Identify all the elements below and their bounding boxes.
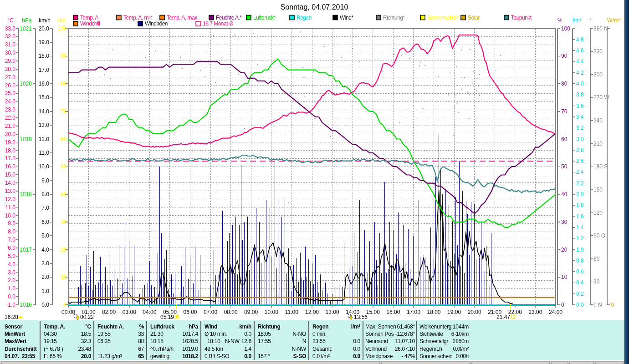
svg-text:Temp. A. max: Temp. A. max (167, 15, 197, 21)
svg-text:0 min.: 0 min. (312, 331, 327, 337)
svg-text:10.0: 10.0 (39, 163, 50, 170)
svg-text:N: N (302, 338, 306, 344)
svg-text:%: % (557, 17, 563, 24)
svg-text:1044m: 1044m (453, 324, 469, 330)
svg-text:11.0: 11.0 (39, 150, 50, 156)
svg-text:Sichtweite: Sichtweite (419, 331, 443, 337)
svg-text:80: 80 (61, 81, 67, 87)
svg-text:0.0: 0.0 (353, 338, 360, 344)
svg-text:0.8: 0.8 (576, 258, 584, 264)
svg-text:88: 88 (138, 338, 144, 344)
svg-text:08:00: 08:00 (224, 309, 238, 315)
svg-text:06:00: 06:00 (183, 309, 197, 315)
svg-text:13:56: 13:56 (354, 314, 368, 320)
svg-text:0 Bft S-SO: 0 Bft S-SO (205, 353, 229, 359)
svg-text:11:00: 11:00 (285, 309, 298, 315)
svg-text:1017.4: 1017.4 (182, 331, 199, 337)
svg-text:20: 20 (561, 247, 568, 253)
svg-text:09:00: 09:00 (244, 309, 258, 315)
svg-text:04.07. 23:55: 04.07. 23:55 (5, 353, 35, 359)
svg-text:19:00: 19:00 (447, 309, 461, 315)
svg-text:0.2: 0.2 (576, 291, 584, 297)
svg-text:km/h: km/h (239, 324, 251, 330)
svg-text:17:00: 17:00 (407, 309, 420, 315)
svg-text:2.0: 2.0 (8, 277, 15, 283)
svg-text:Windböen: Windböen (145, 20, 168, 27)
svg-text:Max. Sonnen: Max. Sonnen (365, 324, 396, 330)
svg-text:°C: °C (7, 17, 14, 24)
svg-text:2.8: 2.8 (576, 147, 584, 153)
svg-text:Luftdruck*: Luftdruck* (253, 15, 276, 21)
svg-text:0.0: 0.0 (244, 353, 251, 359)
svg-text:10:15: 10:15 (150, 338, 164, 344)
svg-text:21.0: 21.0 (5, 123, 16, 129)
svg-text:11.0: 11.0 (5, 204, 16, 211)
svg-text:61,468°: 61,468° (397, 324, 415, 330)
svg-text:MinWert: MinWert (5, 331, 25, 337)
svg-text:1020: 1020 (20, 81, 32, 87)
svg-text:1021: 1021 (20, 25, 32, 32)
svg-text:hPa: hPa (189, 324, 199, 330)
svg-text:23:00: 23:00 (528, 309, 542, 315)
svg-text:24:00: 24:00 (549, 309, 563, 315)
svg-text:150: 150 (593, 187, 603, 193)
svg-text:05:19: 05:19 (160, 314, 174, 320)
svg-text:49.5 km: 49.5 km (205, 346, 223, 352)
svg-text:0: 0 (611, 302, 614, 308)
svg-text:15.0: 15.0 (39, 94, 50, 101)
svg-text:00:22: 00:22 (80, 314, 94, 320)
svg-text:0.0l/m²: 0.0l/m² (453, 346, 469, 352)
svg-text:210: 210 (593, 141, 603, 147)
svg-text:16.7 Monat-Ø: 16.7 Monat-Ø (203, 20, 234, 27)
svg-text:100: 100 (57, 25, 66, 32)
svg-text:10: 10 (561, 274, 568, 280)
svg-text:S-SO: S-SO (293, 353, 306, 359)
svg-text:2.2: 2.2 (576, 180, 584, 187)
svg-text:min: min (56, 17, 65, 24)
svg-text:Sonnen Pos: Sonnen Pos (365, 331, 394, 337)
svg-text:N-NW: N-NW (225, 338, 240, 344)
svg-text:80: 80 (561, 81, 568, 87)
svg-text:19:55: 19:55 (97, 331, 111, 337)
svg-text:23.0: 23.0 (5, 106, 16, 113)
svg-text:120: 120 (593, 210, 603, 216)
svg-text:7.0: 7.0 (41, 205, 49, 211)
svg-text:Regen/1h: Regen/1h (419, 346, 442, 352)
svg-text:100: 100 (561, 25, 570, 32)
svg-text:60: 60 (561, 136, 568, 142)
svg-text:10.0: 10.0 (5, 212, 16, 219)
svg-text:Neumond: Neumond (365, 338, 388, 344)
svg-text:65: 65 (138, 353, 144, 359)
svg-text:30: 30 (593, 278, 600, 285)
svg-text:4.2: 4.2 (576, 70, 584, 76)
svg-text:Durchschnitt: Durchschnitt (5, 346, 37, 352)
svg-text:157 °: 157 ° (258, 353, 270, 359)
svg-text:Regen: Regen (312, 324, 328, 330)
svg-text:19.0: 19.0 (5, 139, 16, 146)
svg-text:Temp. A.: Temp. A. (44, 324, 65, 330)
svg-text:12:00: 12:00 (305, 309, 319, 315)
svg-text:15:00: 15:00 (366, 309, 380, 315)
svg-text:4.6: 4.6 (576, 47, 584, 54)
svg-text:07:00: 07:00 (204, 309, 217, 315)
svg-text:23.48: 23.48 (78, 346, 91, 352)
svg-text:330: 330 (593, 48, 603, 55)
svg-text:12.0: 12.0 (39, 136, 50, 142)
svg-text:3.6: 3.6 (576, 103, 584, 109)
svg-text:1019.0: 1019.0 (182, 346, 199, 352)
svg-text:Schneefallgr: Schneefallgr (419, 338, 448, 344)
svg-text:19:15: 19:15 (44, 338, 57, 344)
svg-text:9.0: 9.0 (41, 177, 49, 184)
svg-text:6-10km: 6-10km (451, 331, 469, 337)
svg-text:Temp. A.: Temp. A. (80, 15, 100, 21)
svg-text:1.4: 1.4 (576, 224, 584, 231)
svg-text:3.4: 3.4 (576, 114, 584, 120)
svg-text:18.0: 18.0 (39, 53, 50, 59)
svg-text:12.6: 12.6 (241, 338, 252, 344)
svg-text:1.6: 1.6 (576, 213, 584, 220)
svg-text:27.0: 27.0 (5, 74, 16, 81)
svg-text:33.0: 33.0 (5, 25, 16, 32)
svg-text:Richtung: Richtung (258, 324, 281, 330)
svg-text:1.2: 1.2 (576, 235, 584, 242)
svg-text:19.0: 19.0 (39, 39, 50, 46)
